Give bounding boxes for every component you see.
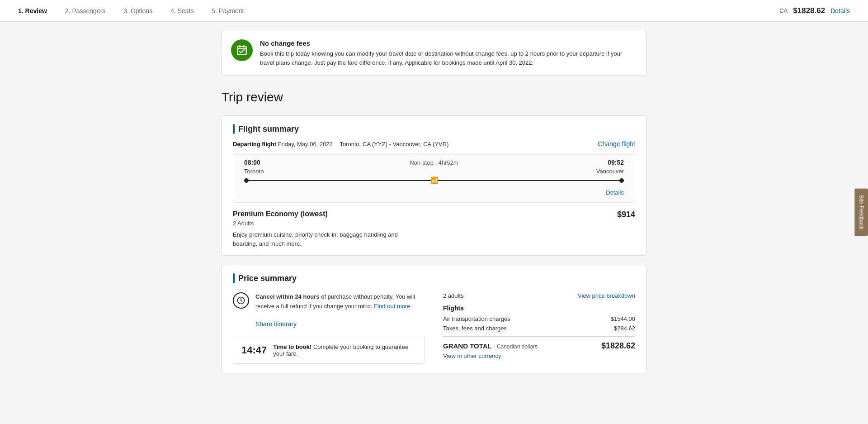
flights-section-title: Flights [443, 305, 635, 312]
view-breakdown-link[interactable]: View price breakdown [578, 292, 635, 299]
price-summary-card: Price summary Cancel wit [222, 265, 646, 373]
step-review[interactable]: 1. Review [18, 7, 47, 14]
departing-date: Friday, May 06, 2022 [278, 141, 335, 148]
flight-summary-title: Flight summary [222, 116, 646, 134]
fare-price: $914 [617, 210, 635, 219]
price-summary-header: CA $1828.62 Details [779, 6, 850, 15]
grand-total-label: GRAND TOTAL [443, 342, 494, 350]
cancel-row: Cancel within 24 hours of purchase witho… [233, 292, 425, 311]
step-seats[interactable]: 4. Seats [170, 7, 193, 14]
currency-label: CA [779, 7, 788, 14]
banner-title: No change fees [260, 39, 637, 47]
departure-time: 08:00 [244, 159, 260, 166]
clock-icon [233, 292, 249, 309]
flight-line: 📶 [249, 180, 619, 181]
taxes-row: Taxes, fees and charges $284.62 [443, 325, 635, 332]
arrival-time: 09:52 [608, 159, 624, 166]
steps-container: 1. Review 2. Passengers 3. Options 4. Se… [18, 7, 244, 14]
taxes-value: $284.62 [614, 325, 635, 332]
adults-count: 2 Adults [233, 220, 405, 227]
destination-city: Vancouver [596, 168, 624, 175]
no-change-fees-banner: No change fees Book this trip today know… [222, 31, 646, 76]
page-title: Trip review [222, 90, 646, 105]
nav-details-link[interactable]: Details [830, 7, 850, 14]
departing-label: Departing flight [233, 141, 278, 148]
flight-details-link[interactable]: Details [606, 189, 624, 196]
air-transport-label: Air transportation charges [443, 315, 510, 322]
premium-info: Premium Economy (lowest) 2 Adults Enjoy … [233, 210, 405, 248]
site-feedback-tab[interactable]: Site Feedback [855, 188, 868, 236]
timer-box: 14:47 Time to book! Complete your bookin… [233, 337, 425, 364]
price-right-column: 2 adults View price breakdown Flights Ai… [443, 292, 635, 364]
flight-timeline: 08:00 Non-stop · 4hr52m 09:52 Toronto Va… [233, 153, 635, 203]
page-content: No change fees Book this trip today know… [212, 22, 656, 400]
share-itinerary-link[interactable]: Share itinerary [255, 320, 425, 328]
timeline-cities: Toronto Vancouver [244, 168, 624, 175]
grand-total-label-container: GRAND TOTAL - Canadian dollars [443, 342, 538, 350]
fare-description: Enjoy premium cuisine, priority check-in… [233, 230, 405, 248]
route-text: Toronto, CA (YYZ) - Vancouver, CA (YVR) [340, 141, 448, 148]
timeline-times: 08:00 Non-stop · 4hr52m 09:52 [244, 159, 624, 166]
timeline-bar: 📶 [244, 178, 624, 183]
taxes-label: Taxes, fees and charges [443, 325, 507, 332]
step-passengers[interactable]: 2. Passengers [65, 7, 106, 14]
timer-value: 14:47 [241, 344, 267, 356]
top-nav: 1. Review 2. Passengers 3. Options 4. Se… [0, 0, 868, 22]
fare-class-title: Premium Economy (lowest) [233, 210, 405, 218]
price-summary-columns: Cancel within 24 hours of purchase witho… [233, 292, 635, 364]
cancel-text: Cancel within 24 hours of purchase witho… [255, 292, 425, 311]
nonstop-duration: Non-stop · 4hr52m [410, 159, 458, 166]
adults-label: 2 adults [443, 292, 464, 299]
flight-details-link-container: Details [244, 189, 624, 202]
find-out-more-link[interactable]: Find out more [374, 303, 410, 310]
dest-dot [619, 178, 624, 183]
time-to-book-label: Time to book! [273, 343, 313, 350]
grand-total-row: GRAND TOTAL - Canadian dollars $1828.62 [443, 341, 635, 351]
grand-total-sub: - Canadian dollars [494, 343, 538, 350]
price-summary-inner: Cancel within 24 hours of purchase witho… [222, 283, 646, 373]
departing-flight-row: Departing flight Friday, May 06, 2022 To… [222, 134, 646, 148]
wifi-icon: 📶 [430, 176, 438, 184]
total-price-display: $1828.62 [793, 6, 825, 15]
grand-total-price: $1828.62 [601, 341, 635, 351]
departing-info: Departing flight Friday, May 06, 2022 To… [233, 141, 449, 148]
svg-rect-0 [237, 46, 246, 54]
origin-dot [244, 178, 249, 183]
price-left-column: Cancel within 24 hours of purchase witho… [233, 292, 425, 364]
view-currency-link[interactable]: View in other currency [443, 353, 635, 359]
change-flight-link[interactable]: Change flight [598, 140, 635, 148]
cancel-title: Cancel within 24 hours [255, 293, 320, 300]
banner-text: No change fees Book this trip today know… [260, 39, 637, 67]
price-summary-title: Price summary [222, 265, 646, 283]
price-header: 2 adults View price breakdown [443, 292, 635, 299]
air-transport-row: Air transportation charges $1544.00 [443, 315, 635, 322]
premium-panel: Premium Economy (lowest) 2 Adults Enjoy … [222, 203, 646, 255]
calendar-icon [231, 39, 253, 61]
timer-label: Time to book! Complete your booking to g… [273, 343, 416, 357]
air-transport-value: $1544.00 [611, 315, 635, 322]
step-options[interactable]: 3. Options [123, 7, 152, 14]
origin-city: Toronto [244, 168, 264, 175]
banner-description: Book this trip today knowing you can mod… [260, 49, 637, 67]
price-divider [443, 336, 635, 337]
step-payment[interactable]: 5. Payment [212, 7, 244, 14]
svg-line-6 [241, 300, 242, 302]
flight-summary-card: Flight summary Departing flight Friday, … [222, 115, 646, 256]
